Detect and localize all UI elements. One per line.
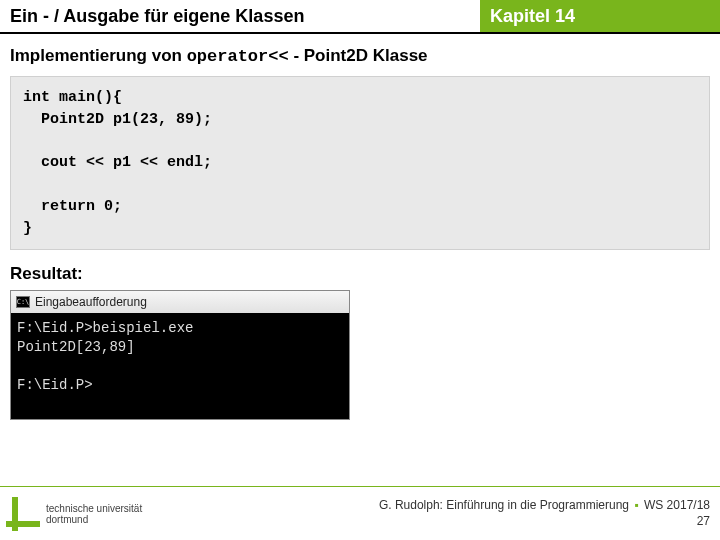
slide-header: Ein - / Ausgabe für eigene Klassen Kapit… — [0, 0, 720, 34]
credit-suffix: WS 2017/18 — [641, 498, 710, 512]
subtitle: Implementierung von operator<< - Point2D… — [10, 46, 710, 66]
tu-logo: technische universität dortmund — [6, 497, 142, 531]
footer-right: G. Rudolph: Einführung in die Programmie… — [379, 498, 710, 529]
subtitle-suffix: - Point2D Klasse — [289, 46, 428, 65]
slide-content: Implementierung von operator<< - Point2D… — [0, 34, 720, 420]
console-titlebar: C:\ Eingabeaufforderung — [11, 291, 349, 313]
credit-prefix: G. Rudolph: Einführung in die Programmie… — [379, 498, 632, 512]
footer-left: technische universität dortmund — [6, 497, 142, 531]
console-window: C:\ Eingabeaufforderung F:\Eid.P>beispie… — [10, 290, 350, 420]
subtitle-prefix: Implementierung von — [10, 46, 187, 65]
header-title-right: Kapitel 14 — [480, 0, 720, 32]
uni-line2: dortmund — [46, 514, 142, 525]
console-title-text: Eingabeaufforderung — [35, 295, 147, 309]
separator-dot: ▪ — [632, 498, 640, 512]
cmd-icon: C:\ — [16, 296, 30, 308]
console-body: F:\Eid.P>beispiel.exe Point2D[23,89] F:\… — [11, 313, 349, 419]
uni-line1: technische universität — [46, 503, 142, 514]
code-block: int main(){ Point2D p1(23, 89); cout << … — [10, 76, 710, 250]
tu-logo-text: technische universität dortmund — [46, 503, 142, 525]
tu-logo-mark — [6, 497, 40, 531]
page-number: 27 — [379, 514, 710, 530]
slide-footer: technische universität dortmund G. Rudol… — [0, 486, 720, 540]
header-title-left: Ein - / Ausgabe für eigene Klassen — [0, 0, 480, 32]
subtitle-operator: operator<< — [187, 47, 289, 66]
result-label: Resultat: — [10, 264, 710, 284]
